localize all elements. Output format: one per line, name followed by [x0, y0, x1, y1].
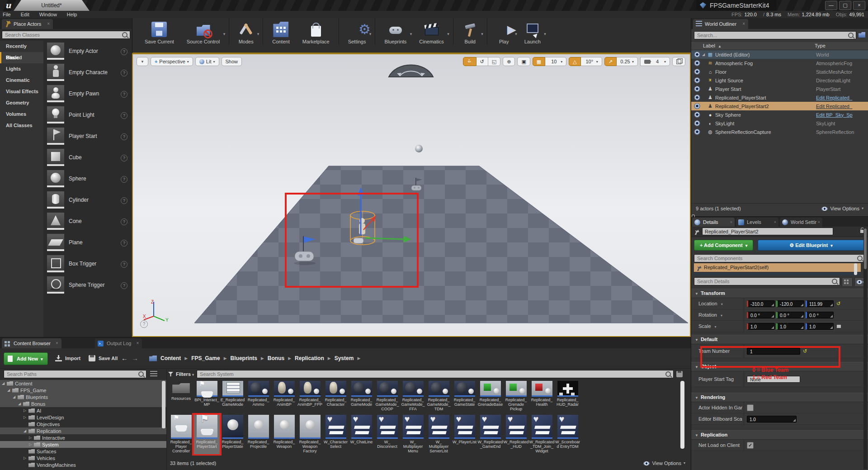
details-scrollbar[interactable]	[863, 228, 867, 469]
actor-type[interactable]: Edit Replicated_	[816, 95, 868, 100]
breadcrumb-label[interactable]: FPS_Game	[191, 355, 220, 361]
location-label[interactable]: Location ▾	[691, 301, 744, 306]
actor-type[interactable]: SkyLight	[816, 121, 868, 126]
scale-y-field[interactable]: 1.0	[776, 323, 804, 330]
close-button[interactable]: ×	[853, 1, 865, 10]
asset-tile[interactable]: E_Replicated GameMode	[220, 381, 245, 412]
asset-tile[interactable]: Replicated_ PlayerState	[220, 415, 245, 454]
expander-icon[interactable]: ◢	[18, 402, 23, 406]
maximize-viewport-button[interactable]	[672, 57, 685, 66]
expander-icon[interactable]: ▷	[29, 442, 34, 446]
actor-type[interactable]: AtmosphericFog	[816, 61, 868, 66]
surface-snap-button[interactable]: ▣	[517, 57, 530, 66]
close-icon[interactable]: ×	[818, 218, 820, 227]
grid-snap-toggle[interactable]: ▦	[533, 57, 545, 66]
world-local-toggle[interactable]: ⊕	[503, 57, 515, 66]
category-item[interactable]: Cinematic	[0, 75, 43, 86]
expander-icon[interactable]: ◢	[24, 429, 28, 433]
visibility-eye-icon[interactable]	[694, 77, 700, 84]
asset-tile[interactable]: Replicated_ GameState	[452, 381, 477, 412]
chevron-down-icon[interactable]: ▾	[544, 32, 546, 36]
components-scrollbar[interactable]	[854, 263, 857, 275]
expander-icon[interactable]: ◢	[13, 395, 18, 399]
viewport[interactable]: Z X Y ? ▼ +Perspective▾ Lit▾ Show ↺ ◱ ⊕ …	[132, 53, 691, 337]
folder-tree-item[interactable]: ◢ Bonus	[0, 400, 166, 407]
rotation-y-field[interactable]: 0.0 °	[776, 312, 804, 318]
sky-sphere-gizmo[interactable]	[415, 145, 423, 152]
asset-tile[interactable]: Replicated_ Projectile	[245, 415, 271, 454]
asset-tile[interactable]: W_Scoreboard EntryTDM	[555, 415, 580, 454]
asset-tile[interactable]: Replicated_ PlayerStart	[194, 415, 220, 454]
asset-tile[interactable]: Replicated_ Ammo	[245, 381, 271, 412]
menu-item[interactable]: Window	[39, 11, 57, 18]
section-replication[interactable]: ▼Replication	[691, 430, 868, 440]
column-type[interactable]: Type	[815, 42, 868, 50]
toolbar-button[interactable]: Save Current	[138, 18, 180, 44]
asset-tile[interactable]: W_Character Select	[323, 415, 349, 454]
category-item[interactable]: Volumes	[0, 109, 43, 120]
visibility-eye-icon[interactable]	[694, 112, 700, 118]
expander-icon[interactable]: ▷	[24, 415, 28, 419]
scale-x-field[interactable]: 1.0	[747, 323, 775, 330]
asset-grid-scrollbar[interactable]	[680, 381, 684, 449]
close-icon[interactable]: ×	[47, 19, 50, 29]
asset-tile[interactable]: Replicated_ GrenadeBase	[477, 381, 503, 412]
tab-world-outliner[interactable]: World Outliner ×	[693, 19, 748, 29]
asset-tile[interactable]: W_ Multiplayer ServerList	[426, 415, 452, 454]
search-components-input[interactable]	[694, 254, 865, 262]
close-icon[interactable]: ×	[730, 218, 732, 227]
forward-button[interactable]: →	[132, 352, 138, 364]
details-tab[interactable]: Levels ×	[736, 218, 778, 227]
folder-tree-item[interactable]: ▷ LevelDesign	[0, 414, 166, 421]
minimize-button[interactable]: —	[825, 1, 837, 10]
column-label[interactable]: Label▲	[691, 42, 815, 50]
folder-tree-item[interactable]: ▷ Interactive	[0, 434, 166, 441]
viewport-options-dropdown[interactable]: ▼	[137, 57, 148, 66]
chevron-down-icon[interactable]: ▾	[257, 32, 259, 36]
asset-tile[interactable]: Replicated_ GameMode	[349, 381, 374, 412]
visibility-eye-icon[interactable]	[694, 60, 700, 66]
rotation-x-field[interactable]: 0.0 °	[747, 312, 775, 318]
section-default[interactable]: ▼Default	[691, 335, 868, 344]
far-player-start-billboard[interactable]	[410, 177, 426, 194]
folder-tree-item[interactable]: Objectives	[0, 421, 166, 427]
chevron-down-icon[interactable]: ▾	[447, 32, 449, 36]
asset-tile[interactable]: W_ Disconnect	[374, 415, 400, 454]
rotate-tool-button[interactable]: ↺	[476, 57, 488, 66]
scale-snap-toggle[interactable]: ↗	[604, 57, 617, 66]
toolbar-button[interactable]: ▾ Cinematics	[413, 18, 450, 44]
outliner-row[interactable]: ◐ SkyLight SkyLight	[691, 119, 868, 128]
menu-item[interactable]: File	[3, 11, 11, 18]
breadcrumb-label[interactable]: Replication	[295, 355, 324, 361]
asset-tile[interactable]: Replicated_ Weapon Factory	[297, 415, 323, 454]
property-matrix-button[interactable]	[842, 277, 853, 287]
toolbar-button[interactable]: ▾ Blueprints	[375, 18, 413, 44]
scale-label[interactable]: Scale ▾	[691, 323, 744, 329]
details-tab[interactable]: World Settir ×	[780, 218, 822, 227]
scale-z-field[interactable]: 1.0	[806, 323, 834, 330]
category-item[interactable]: Recently Placed	[0, 41, 43, 52]
show-button[interactable]: Show	[222, 57, 242, 66]
search-paths-input[interactable]	[4, 370, 146, 378]
placeable-actor-item[interactable]: Sphere Trigger ?	[43, 275, 132, 296]
tab-place-actors[interactable]: Place Actors ×	[2, 19, 53, 29]
asset-tile[interactable]: Replicated_ Health	[529, 381, 555, 412]
chevron-down-icon[interactable]: ▾	[369, 32, 372, 36]
chevron-down-icon[interactable]: ▾	[481, 32, 483, 36]
asset-tile[interactable]: W_ Multiplayer Menu	[400, 415, 426, 454]
outliner-row[interactable]: ● Sky Sphere Edit BP_Sky_Sp	[691, 110, 868, 119]
asset-tile[interactable]: Replicated_ GameMode_ TDM	[426, 381, 452, 412]
asset-tile[interactable]: W_ChatLine	[349, 415, 374, 454]
toolbar-button[interactable]: ▾ Build	[453, 18, 484, 44]
category-item[interactable]: Visual Effects	[0, 86, 43, 97]
help-icon[interactable]: ?	[140, 320, 148, 328]
asset-tile[interactable]: W_PlayerList	[452, 415, 477, 454]
asset-tile[interactable]: Replicated_ Grenade Pickup	[503, 381, 529, 412]
folder-tree-item[interactable]: VendingMachines	[0, 461, 166, 468]
perspective-button[interactable]: +Perspective▾	[151, 57, 193, 66]
expander-icon[interactable]: ◢	[702, 52, 707, 57]
placeable-actor-item[interactable]: Empty Pawn ?	[43, 83, 132, 104]
toolbar-button[interactable]: Marketplace	[296, 18, 336, 44]
search-classes-input[interactable]	[2, 31, 130, 39]
visibility-eye-icon[interactable]	[694, 69, 700, 75]
